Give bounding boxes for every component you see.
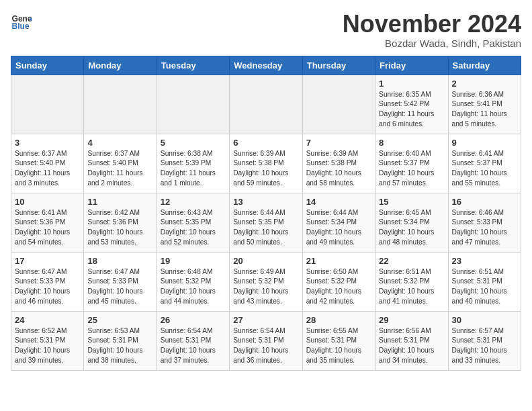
day-number: 18 xyxy=(87,256,152,266)
svg-text:Blue: Blue xyxy=(12,21,30,31)
day-number: 2 xyxy=(452,79,517,89)
day-number: 13 xyxy=(233,197,298,207)
day-info: Sunrise: 6:54 AM Sunset: 5:31 PM Dayligh… xyxy=(161,326,226,366)
day-info: Sunrise: 6:38 AM Sunset: 5:39 PM Dayligh… xyxy=(161,149,226,189)
day-header-friday: Friday xyxy=(375,56,448,75)
calendar-cell: 16Sunrise: 6:46 AM Sunset: 5:33 PM Dayli… xyxy=(448,193,521,252)
day-info: Sunrise: 6:57 AM Sunset: 5:31 PM Dayligh… xyxy=(452,326,517,366)
calendar-week-row: 10Sunrise: 6:41 AM Sunset: 5:36 PM Dayli… xyxy=(11,193,521,252)
day-info: Sunrise: 6:37 AM Sunset: 5:40 PM Dayligh… xyxy=(87,149,152,189)
day-number: 6 xyxy=(233,138,298,148)
calendar-cell: 23Sunrise: 6:51 AM Sunset: 5:31 PM Dayli… xyxy=(448,252,521,311)
day-number: 15 xyxy=(379,197,444,207)
day-info: Sunrise: 6:42 AM Sunset: 5:36 PM Dayligh… xyxy=(87,208,152,248)
day-info: Sunrise: 6:40 AM Sunset: 5:37 PM Dayligh… xyxy=(379,149,444,189)
day-info: Sunrise: 6:52 AM Sunset: 5:31 PM Dayligh… xyxy=(15,326,80,366)
logo: General Blue xyxy=(11,11,32,32)
day-info: Sunrise: 6:51 AM Sunset: 5:32 PM Dayligh… xyxy=(379,267,444,307)
calendar-cell: 1Sunrise: 6:35 AM Sunset: 5:42 PM Daylig… xyxy=(375,75,448,134)
calendar-cell xyxy=(302,75,375,134)
day-number: 5 xyxy=(161,138,226,148)
calendar-cell: 18Sunrise: 6:47 AM Sunset: 5:33 PM Dayli… xyxy=(84,252,157,311)
day-info: Sunrise: 6:39 AM Sunset: 5:38 PM Dayligh… xyxy=(306,149,371,189)
calendar-cell: 24Sunrise: 6:52 AM Sunset: 5:31 PM Dayli… xyxy=(11,311,84,370)
calendar-cell xyxy=(157,75,229,134)
day-info: Sunrise: 6:55 AM Sunset: 5:31 PM Dayligh… xyxy=(306,326,371,366)
calendar-cell: 21Sunrise: 6:50 AM Sunset: 5:32 PM Dayli… xyxy=(302,252,375,311)
calendar-header-row: SundayMondayTuesdayWednesdayThursdayFrid… xyxy=(11,56,521,75)
calendar-cell: 11Sunrise: 6:42 AM Sunset: 5:36 PM Dayli… xyxy=(84,193,157,252)
day-info: Sunrise: 6:49 AM Sunset: 5:32 PM Dayligh… xyxy=(233,267,298,307)
calendar-cell: 30Sunrise: 6:57 AM Sunset: 5:31 PM Dayli… xyxy=(448,311,521,370)
day-info: Sunrise: 6:39 AM Sunset: 5:38 PM Dayligh… xyxy=(233,149,298,189)
calendar-week-row: 3Sunrise: 6:37 AM Sunset: 5:40 PM Daylig… xyxy=(11,134,521,193)
day-number: 11 xyxy=(87,197,152,207)
day-header-tuesday: Tuesday xyxy=(157,56,229,75)
day-info: Sunrise: 6:56 AM Sunset: 5:31 PM Dayligh… xyxy=(379,326,444,366)
day-info: Sunrise: 6:51 AM Sunset: 5:31 PM Dayligh… xyxy=(452,267,517,307)
day-info: Sunrise: 6:41 AM Sunset: 5:37 PM Dayligh… xyxy=(452,149,517,189)
day-number: 21 xyxy=(306,256,371,266)
calendar-cell: 7Sunrise: 6:39 AM Sunset: 5:38 PM Daylig… xyxy=(302,134,375,193)
calendar-cell: 5Sunrise: 6:38 AM Sunset: 5:39 PM Daylig… xyxy=(157,134,229,193)
location-subtitle: Bozdar Wada, Sindh, Pakistan xyxy=(343,38,521,49)
day-number: 29 xyxy=(379,315,444,325)
day-info: Sunrise: 6:47 AM Sunset: 5:33 PM Dayligh… xyxy=(87,267,152,307)
day-number: 12 xyxy=(161,197,226,207)
day-info: Sunrise: 6:46 AM Sunset: 5:33 PM Dayligh… xyxy=(452,208,517,248)
calendar-cell: 26Sunrise: 6:54 AM Sunset: 5:31 PM Dayli… xyxy=(157,311,229,370)
day-number: 10 xyxy=(15,197,80,207)
day-info: Sunrise: 6:50 AM Sunset: 5:32 PM Dayligh… xyxy=(306,267,371,307)
day-number: 22 xyxy=(379,256,444,266)
calendar-cell: 22Sunrise: 6:51 AM Sunset: 5:32 PM Dayli… xyxy=(375,252,448,311)
day-number: 28 xyxy=(306,315,371,325)
day-number: 14 xyxy=(306,197,371,207)
day-number: 27 xyxy=(233,315,298,325)
month-title: November 2024 xyxy=(343,11,521,38)
calendar-cell: 10Sunrise: 6:41 AM Sunset: 5:36 PM Dayli… xyxy=(11,193,84,252)
day-number: 8 xyxy=(379,138,444,148)
day-header-sunday: Sunday xyxy=(11,56,84,75)
day-number: 3 xyxy=(15,138,80,148)
day-info: Sunrise: 6:53 AM Sunset: 5:31 PM Dayligh… xyxy=(87,326,152,366)
calendar-cell: 29Sunrise: 6:56 AM Sunset: 5:31 PM Dayli… xyxy=(375,311,448,370)
calendar-cell: 25Sunrise: 6:53 AM Sunset: 5:31 PM Dayli… xyxy=(84,311,157,370)
calendar-cell: 9Sunrise: 6:41 AM Sunset: 5:37 PM Daylig… xyxy=(448,134,521,193)
title-block: November 2024 Bozdar Wada, Sindh, Pakist… xyxy=(343,11,521,49)
calendar-cell: 4Sunrise: 6:37 AM Sunset: 5:40 PM Daylig… xyxy=(84,134,157,193)
calendar-cell: 19Sunrise: 6:48 AM Sunset: 5:32 PM Dayli… xyxy=(157,252,229,311)
calendar-cell: 2Sunrise: 6:36 AM Sunset: 5:41 PM Daylig… xyxy=(448,75,521,134)
calendar-cell: 3Sunrise: 6:37 AM Sunset: 5:40 PM Daylig… xyxy=(11,134,84,193)
calendar-cell xyxy=(230,75,302,134)
day-number: 20 xyxy=(233,256,298,266)
day-header-thursday: Thursday xyxy=(302,56,375,75)
day-info: Sunrise: 6:37 AM Sunset: 5:40 PM Dayligh… xyxy=(15,149,80,189)
calendar-cell: 28Sunrise: 6:55 AM Sunset: 5:31 PM Dayli… xyxy=(302,311,375,370)
calendar-cell: 8Sunrise: 6:40 AM Sunset: 5:37 PM Daylig… xyxy=(375,134,448,193)
calendar-table: SundayMondayTuesdayWednesdayThursdayFrid… xyxy=(11,56,521,371)
day-header-saturday: Saturday xyxy=(448,56,521,75)
calendar-cell: 15Sunrise: 6:45 AM Sunset: 5:34 PM Dayli… xyxy=(375,193,448,252)
calendar-cell: 6Sunrise: 6:39 AM Sunset: 5:38 PM Daylig… xyxy=(230,134,302,193)
day-info: Sunrise: 6:45 AM Sunset: 5:34 PM Dayligh… xyxy=(379,208,444,248)
calendar-cell: 13Sunrise: 6:44 AM Sunset: 5:35 PM Dayli… xyxy=(230,193,302,252)
day-number: 19 xyxy=(161,256,226,266)
calendar-week-row: 1Sunrise: 6:35 AM Sunset: 5:42 PM Daylig… xyxy=(11,75,521,134)
day-number: 26 xyxy=(161,315,226,325)
day-info: Sunrise: 6:44 AM Sunset: 5:35 PM Dayligh… xyxy=(233,208,298,248)
day-header-wednesday: Wednesday xyxy=(230,56,302,75)
calendar-cell xyxy=(11,75,84,134)
page-header: General Blue November 2024 Bozdar Wada, … xyxy=(11,11,521,49)
day-number: 7 xyxy=(306,138,371,148)
calendar-cell: 27Sunrise: 6:54 AM Sunset: 5:31 PM Dayli… xyxy=(230,311,302,370)
calendar-cell: 14Sunrise: 6:44 AM Sunset: 5:34 PM Dayli… xyxy=(302,193,375,252)
calendar-week-row: 24Sunrise: 6:52 AM Sunset: 5:31 PM Dayli… xyxy=(11,311,521,370)
calendar-week-row: 17Sunrise: 6:47 AM Sunset: 5:33 PM Dayli… xyxy=(11,252,521,311)
day-number: 4 xyxy=(87,138,152,148)
day-number: 23 xyxy=(452,256,517,266)
calendar-cell xyxy=(84,75,157,134)
day-number: 25 xyxy=(87,315,152,325)
day-number: 30 xyxy=(452,315,517,325)
day-info: Sunrise: 6:36 AM Sunset: 5:41 PM Dayligh… xyxy=(452,90,517,130)
day-number: 16 xyxy=(452,197,517,207)
